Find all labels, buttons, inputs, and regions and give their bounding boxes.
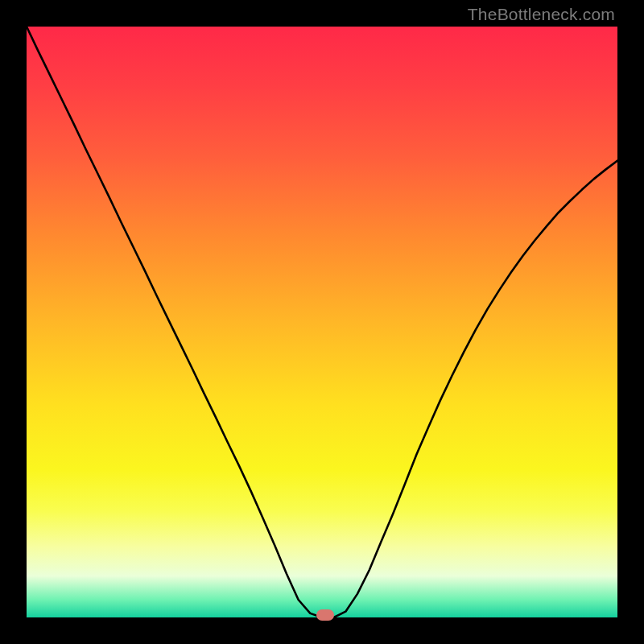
curve-path xyxy=(27,27,617,617)
optimal-point-marker xyxy=(316,609,334,621)
chart-frame: TheBottleneck.com xyxy=(0,0,644,644)
watermark-text: TheBottleneck.com xyxy=(468,5,615,24)
plot-area xyxy=(27,27,617,617)
bottleneck-curve xyxy=(27,27,617,617)
